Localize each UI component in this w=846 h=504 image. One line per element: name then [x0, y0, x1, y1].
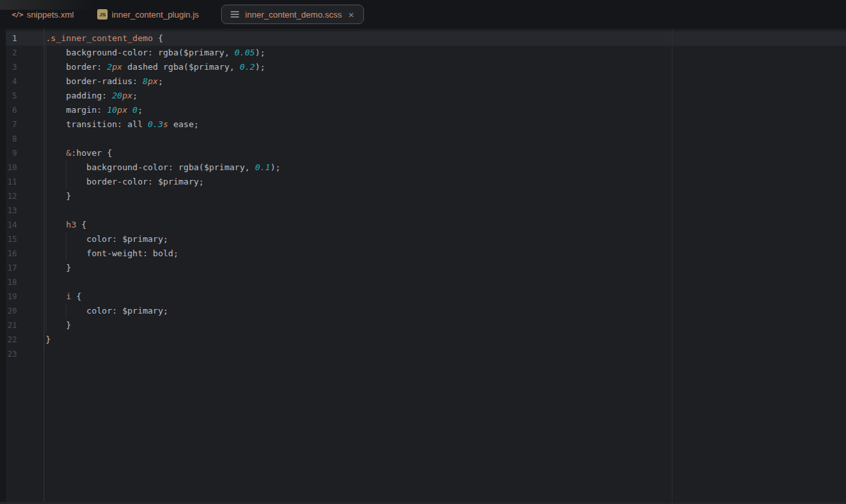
- code-line[interactable]: padding: 20px;: [44, 89, 846, 103]
- line-number[interactable]: 14: [0, 218, 17, 232]
- code-line[interactable]: }: [44, 318, 846, 333]
- line-number[interactable]: 12: [0, 189, 17, 203]
- code-line[interactable]: background-color: rgba($primary, 0.05);: [44, 46, 846, 60]
- code-line[interactable]: [44, 275, 846, 289]
- line-number[interactable]: 7: [0, 117, 17, 132]
- line-number[interactable]: 23: [0, 347, 17, 361]
- code-line[interactable]: background-color: rgba($primary, 0.1);: [44, 160, 846, 175]
- line-number[interactable]: 8: [0, 132, 17, 146]
- tab-label: inner_content_plugin.js: [112, 10, 199, 20]
- indent-guide: [66, 304, 67, 318]
- code-line[interactable]: color: $primary;: [44, 304, 846, 318]
- code-line[interactable]: }: [44, 333, 846, 347]
- code-line[interactable]: [44, 347, 846, 361]
- tab-label: snippets.xml: [27, 10, 74, 20]
- code-lines[interactable]: .s_inner_content_demo { background-color…: [44, 31, 846, 361]
- code-line[interactable]: .s_inner_content_demo {: [44, 31, 846, 46]
- line-number[interactable]: 22: [0, 333, 17, 347]
- line-number[interactable]: 17: [0, 261, 17, 275]
- scss-file-icon: [230, 9, 240, 20]
- javascript-file-icon: JS: [97, 9, 108, 20]
- line-number[interactable]: 16: [0, 246, 17, 261]
- line-number[interactable]: 6: [0, 103, 17, 117]
- tab-snippets-xml[interactable]: </> snippets.xml: [0, 0, 85, 29]
- tab-label: inner_content_demo.scss: [245, 10, 342, 20]
- code-line[interactable]: border-color: $primary;: [44, 175, 846, 189]
- line-number[interactable]: 21: [0, 318, 17, 333]
- code-line[interactable]: border-radius: 8px;: [44, 74, 846, 89]
- tab-inner-content-plugin-js[interactable]: JS inner_content_plugin.js: [85, 0, 211, 29]
- tab-inner-content-demo-scss[interactable]: inner_content_demo.scss ×: [221, 5, 364, 24]
- line-number[interactable]: 19: [0, 289, 17, 304]
- line-number[interactable]: 2: [0, 46, 17, 60]
- line-number[interactable]: 15: [0, 232, 17, 246]
- code-line[interactable]: }: [44, 189, 846, 203]
- code-line[interactable]: [44, 203, 846, 218]
- line-number[interactable]: 5: [0, 89, 17, 103]
- line-number[interactable]: 18: [0, 275, 17, 289]
- code-line[interactable]: [44, 132, 846, 146]
- code-line[interactable]: }: [44, 261, 846, 275]
- line-number[interactable]: 20: [0, 304, 17, 318]
- line-number[interactable]: 11: [0, 175, 17, 189]
- ide-window: </> snippets.xml JS inner_content_plugin…: [0, 0, 846, 504]
- code-editor[interactable]: 1234567891011121314151617181920212223 .s…: [0, 29, 846, 504]
- line-number[interactable]: 1: [0, 31, 17, 46]
- line-number[interactable]: 13: [0, 203, 17, 218]
- indent-guide: [46, 46, 46, 333]
- indent-guide: [66, 232, 67, 261]
- code-line[interactable]: margin: 10px 0;: [44, 103, 846, 117]
- line-number[interactable]: 9: [0, 146, 17, 160]
- code-line[interactable]: font-weight: bold;: [44, 246, 846, 261]
- code-line[interactable]: &:hover {: [44, 146, 846, 160]
- gutter-numbers: 1234567891011121314151617181920212223: [0, 31, 17, 361]
- code-line[interactable]: h3 {: [44, 218, 846, 232]
- line-number[interactable]: 3: [0, 60, 17, 74]
- line-number[interactable]: 4: [0, 74, 17, 89]
- xml-file-icon: </>: [12, 10, 23, 19]
- line-number[interactable]: 10: [0, 160, 17, 175]
- editor-tab-bar: </> snippets.xml JS inner_content_plugin…: [0, 0, 846, 29]
- indent-guide: [66, 160, 67, 189]
- code-line[interactable]: i {: [44, 289, 846, 304]
- code-line[interactable]: border: 2px dashed rgba($primary, 0.2);: [44, 60, 846, 74]
- code-line[interactable]: color: $primary;: [44, 232, 846, 246]
- code-line[interactable]: transition: all 0.3s ease;: [44, 117, 846, 132]
- close-tab-icon[interactable]: ×: [347, 10, 355, 20]
